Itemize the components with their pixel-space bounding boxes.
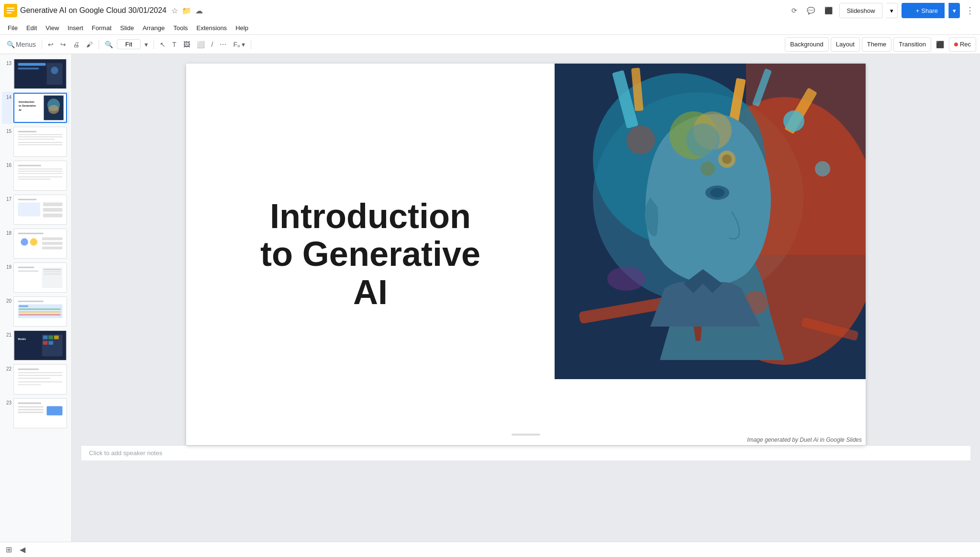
share-button[interactable]: 👤+ Share bbox=[902, 3, 945, 18]
slide-image[interactable] bbox=[555, 64, 866, 379]
slide-item-19[interactable]: 19 bbox=[2, 262, 69, 294]
rec-button[interactable]: Rec bbox=[949, 37, 976, 52]
zoom-dropdown[interactable]: ▾ bbox=[142, 37, 151, 52]
svg-rect-61 bbox=[48, 336, 53, 339]
slide-item-18[interactable]: 18 bbox=[2, 228, 69, 260]
transition-btn[interactable]: Transition bbox=[893, 37, 931, 52]
menu-arrange[interactable]: Arrange bbox=[139, 22, 168, 33]
theme-btn[interactable]: Theme bbox=[862, 37, 891, 52]
svg-rect-42 bbox=[42, 247, 63, 250]
format-options-btn[interactable]: Fₐ ▾ bbox=[230, 37, 247, 52]
share-dropdown[interactable]: ▾ bbox=[948, 3, 960, 18]
text-btn[interactable]: T bbox=[169, 37, 179, 52]
svg-rect-21 bbox=[18, 142, 63, 143]
svg-rect-54 bbox=[19, 308, 60, 310]
slide-number-22: 22 bbox=[3, 364, 11, 371]
menu-slide[interactable]: Slide bbox=[116, 22, 138, 33]
present-icon-btn[interactable]: ⬛ bbox=[822, 3, 835, 18]
menu-insert[interactable]: Insert bbox=[64, 22, 87, 33]
rec-label: Rec bbox=[960, 41, 971, 48]
slide-title-line3: AI bbox=[260, 273, 480, 311]
more-shapes-btn[interactable]: ⋯ bbox=[217, 37, 229, 52]
star-icon[interactable]: ☆ bbox=[171, 6, 178, 15]
svg-point-15 bbox=[48, 105, 59, 114]
zoom-input[interactable] bbox=[117, 39, 141, 49]
svg-rect-37 bbox=[18, 233, 44, 234]
print-btn[interactable]: 🖨 bbox=[70, 37, 82, 52]
shape-btn[interactable]: ⬜ bbox=[194, 37, 208, 52]
comment-icon-btn[interactable]: 💬 bbox=[804, 3, 818, 18]
menu-edit[interactable]: Edit bbox=[22, 22, 41, 33]
toolbar-divider-4 bbox=[251, 40, 251, 49]
history-icon-btn[interactable]: ⟳ bbox=[789, 3, 800, 18]
svg-rect-1 bbox=[7, 8, 14, 9]
slide-item-21[interactable]: 21 Models bbox=[2, 329, 69, 361]
svg-rect-77 bbox=[47, 406, 63, 415]
slide-number-19: 19 bbox=[3, 262, 11, 270]
menu-file[interactable]: File bbox=[4, 22, 22, 33]
menu-format[interactable]: Format bbox=[88, 22, 115, 33]
slide-thumb-wrapper-13 bbox=[13, 59, 67, 89]
title-right-actions: ⟳ 💬 ⬛ Slideshow ▾ 👤+ Share ▾ ⋮ bbox=[789, 3, 976, 18]
title-bar: Generative AI on Google Cloud 30/01/2024… bbox=[0, 0, 980, 21]
slide-item-15[interactable]: 15 bbox=[2, 126, 69, 158]
zoom-btn[interactable]: 🔍 bbox=[102, 37, 116, 52]
menu-tools[interactable]: Tools bbox=[169, 22, 191, 33]
cursor-btn[interactable]: ↖ bbox=[157, 37, 168, 52]
slide-item-20[interactable]: 20 bbox=[2, 295, 69, 328]
main-area: 13 14 Introduction to Generative A bbox=[0, 54, 980, 542]
svg-text:to Generative: to Generative bbox=[19, 104, 36, 107]
slide-number-14: 14 bbox=[3, 93, 11, 100]
slideshow-button[interactable]: Slideshow bbox=[839, 3, 882, 18]
cloud-save-icon[interactable]: ☁ bbox=[195, 6, 203, 15]
line-btn[interactable]: / bbox=[209, 37, 216, 52]
menu-help[interactable]: Help bbox=[232, 22, 252, 33]
document-title[interactable]: Generative AI on Google Cloud 30/01/2024 bbox=[20, 6, 167, 15]
background-btn[interactable]: Background bbox=[785, 37, 828, 52]
layout-btn[interactable]: Layout bbox=[831, 37, 860, 52]
speaker-notes[interactable]: Click to add speaker notes bbox=[81, 445, 970, 460]
move-to-folder-icon[interactable]: 📁 bbox=[182, 6, 191, 15]
slide-item-22[interactable]: 22 bbox=[2, 363, 69, 395]
svg-point-97 bbox=[701, 162, 715, 176]
present-screen-icon-btn[interactable]: ⬛ bbox=[933, 37, 947, 52]
svg-rect-69 bbox=[18, 378, 51, 379]
svg-rect-28 bbox=[18, 176, 63, 177]
svg-point-38 bbox=[21, 238, 28, 245]
menu-view[interactable]: View bbox=[42, 22, 63, 33]
svg-rect-32 bbox=[18, 202, 40, 216]
slide-item-17[interactable]: 17 bbox=[2, 194, 69, 226]
svg-rect-25 bbox=[18, 168, 63, 169]
slide-thumb-wrapper-19 bbox=[13, 262, 67, 293]
svg-rect-63 bbox=[43, 341, 48, 345]
slide-number-20: 20 bbox=[3, 296, 11, 304]
more-options-btn[interactable]: ⋮ bbox=[964, 3, 976, 18]
slideshow-dropdown[interactable]: ▾ bbox=[886, 3, 898, 18]
slide-item-14[interactable]: 14 Introduction to Generative AI bbox=[2, 92, 69, 124]
slide-item-23[interactable]: 23 bbox=[2, 397, 69, 429]
slide-title[interactable]: Introduction to Generative AI bbox=[260, 197, 480, 311]
svg-rect-17 bbox=[18, 131, 37, 132]
svg-rect-53 bbox=[19, 305, 28, 307]
slide-thumb-wrapper-18 bbox=[13, 229, 67, 259]
menu-extensions[interactable]: Extensions bbox=[193, 22, 231, 33]
svg-rect-22 bbox=[18, 144, 63, 145]
slide-item-13[interactable]: 13 bbox=[2, 58, 69, 90]
svg-rect-74 bbox=[18, 406, 44, 407]
svg-rect-35 bbox=[43, 214, 63, 218]
redo-btn[interactable]: ↪ bbox=[57, 37, 69, 52]
paint-format-btn[interactable]: 🖌 bbox=[83, 37, 96, 52]
search-menus-btn[interactable]: 🔍 Menus bbox=[4, 37, 39, 52]
slide-thumb-wrapper-15 bbox=[13, 127, 67, 157]
svg-text:Introduction: Introduction bbox=[19, 100, 34, 103]
undo-btn[interactable]: ↩ bbox=[45, 37, 56, 52]
svg-rect-24 bbox=[18, 165, 41, 166]
svg-rect-31 bbox=[18, 199, 37, 200]
slide-number-23: 23 bbox=[3, 398, 11, 405]
svg-rect-64 bbox=[48, 341, 53, 345]
panel-toggle-btn[interactable]: ◀ bbox=[18, 544, 27, 555]
image-btn[interactable]: 🖼 bbox=[180, 37, 193, 52]
grid-view-btn[interactable]: ⊞ bbox=[4, 544, 14, 555]
svg-rect-46 bbox=[42, 268, 63, 288]
slide-item-16[interactable]: 16 bbox=[2, 160, 69, 192]
